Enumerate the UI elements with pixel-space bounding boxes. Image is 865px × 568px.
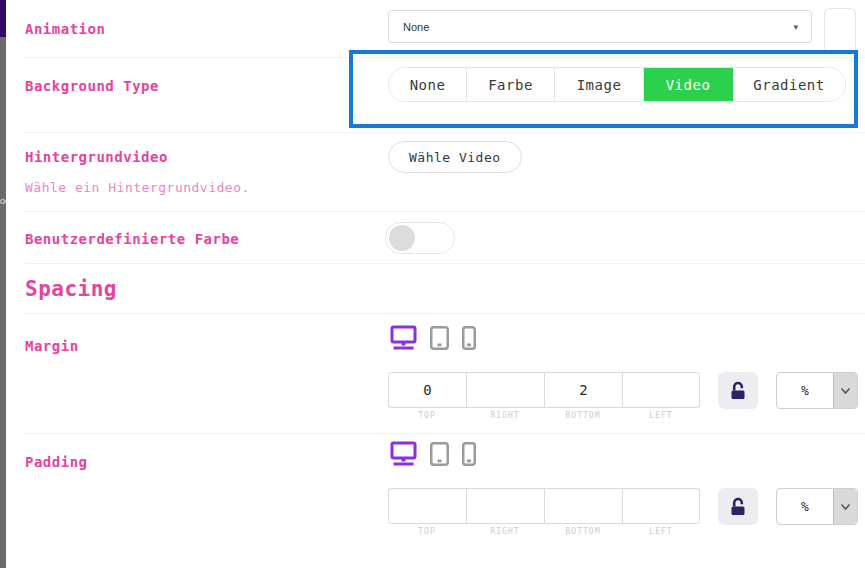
background-type-option-image[interactable]: Image: [555, 68, 644, 101]
background-type-button-group: None Farbe Image Video Gradient: [388, 67, 846, 102]
background-page-edge: oc: [0, 0, 6, 568]
background-video-description: Wähle ein Hintergrundvideo.: [25, 180, 250, 195]
padding-inputs: [388, 488, 700, 524]
row-divider: [25, 132, 865, 133]
margin-device-switcher: [390, 325, 476, 354]
padding-bottom-input[interactable]: [545, 489, 623, 523]
padding-link-values-button[interactable]: [718, 488, 758, 525]
padding-top-input[interactable]: [389, 489, 467, 523]
lock-open-icon: [728, 381, 748, 401]
desktop-icon[interactable]: [390, 325, 417, 354]
dropdown-arrow-icon: ▾: [793, 22, 798, 32]
top-label: TOP: [388, 527, 466, 536]
margin-top-input[interactable]: [389, 373, 467, 407]
padding-right-input[interactable]: [467, 489, 545, 523]
margin-inputs: [388, 372, 700, 408]
settings-panel: oc Animation None ▾ Background Type None…: [0, 0, 865, 568]
margin-input-labels: TOP RIGHT BOTTOM LEFT: [388, 411, 700, 420]
margin-bottom-input[interactable]: [545, 373, 623, 407]
margin-left-input[interactable]: [623, 373, 701, 407]
animation-aux-box[interactable]: [824, 8, 856, 53]
background-type-option-gradient[interactable]: Gradient: [733, 68, 845, 101]
mobile-icon[interactable]: [462, 326, 476, 354]
margin-unit-value: %: [777, 373, 833, 408]
spacing-heading: Spacing: [25, 277, 117, 301]
toggle-knob: [389, 225, 415, 251]
padding-left-input[interactable]: [623, 489, 701, 523]
choose-video-button[interactable]: Wähle Video: [388, 141, 522, 173]
background-page-text-fragment: oc: [0, 196, 6, 207]
animation-label: Animation: [25, 21, 105, 37]
margin-right-input[interactable]: [467, 373, 545, 407]
tablet-icon[interactable]: [430, 326, 449, 354]
custom-color-label: Benutzerdefinierte Farbe: [25, 231, 239, 247]
row-divider: [25, 57, 865, 58]
bottom-label: BOTTOM: [544, 527, 622, 536]
section-divider: [25, 263, 865, 264]
lock-open-icon: [728, 497, 748, 517]
left-label: LEFT: [622, 527, 700, 536]
right-label: RIGHT: [466, 411, 544, 420]
chevron-down-icon: [833, 373, 857, 408]
animation-select[interactable]: None ▾: [388, 10, 812, 43]
padding-label: Padding: [25, 454, 88, 470]
padding-input-labels: TOP RIGHT BOTTOM LEFT: [388, 527, 700, 536]
tablet-icon[interactable]: [430, 442, 449, 470]
mobile-icon[interactable]: [462, 442, 476, 470]
row-divider: [25, 211, 865, 212]
margin-link-values-button[interactable]: [718, 372, 758, 409]
padding-unit-value: %: [777, 489, 833, 524]
background-type-option-farbe[interactable]: Farbe: [467, 68, 555, 101]
margin-unit-select[interactable]: %: [776, 372, 858, 409]
chevron-down-icon: [833, 489, 857, 524]
background-type-label: Background Type: [25, 78, 159, 94]
desktop-icon[interactable]: [390, 441, 417, 470]
top-label: TOP: [388, 411, 466, 420]
background-type-option-video[interactable]: Video: [644, 68, 733, 101]
custom-color-toggle[interactable]: [385, 222, 455, 254]
left-label: LEFT: [622, 411, 700, 420]
padding-device-switcher: [390, 441, 476, 470]
animation-select-value: None: [403, 21, 429, 33]
row-divider: [25, 433, 865, 434]
margin-label: Margin: [25, 338, 79, 354]
bottom-label: BOTTOM: [544, 411, 622, 420]
background-type-option-none[interactable]: None: [389, 68, 467, 101]
admin-bar-edge: [0, 0, 6, 37]
section-divider: [25, 313, 865, 314]
background-video-label: Hintergrundvideo: [25, 149, 168, 165]
padding-unit-select[interactable]: %: [776, 488, 858, 525]
right-label: RIGHT: [466, 527, 544, 536]
